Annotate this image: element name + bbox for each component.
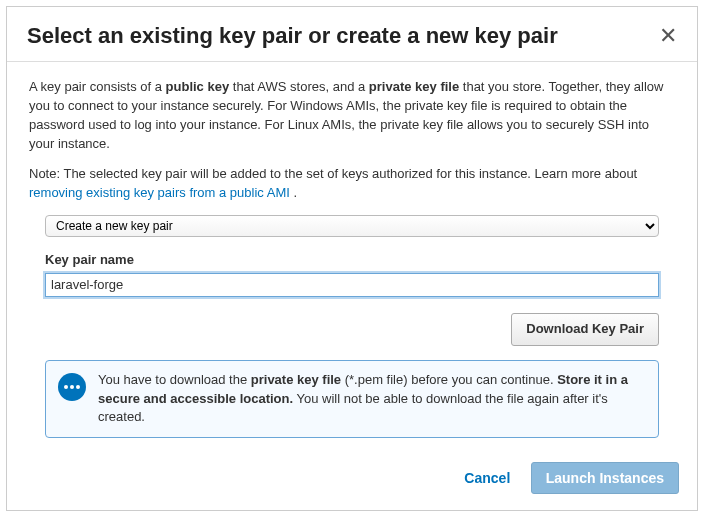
dialog-footer: Cancel Launch Instances xyxy=(7,450,697,510)
close-icon[interactable]: ✕ xyxy=(659,25,677,47)
dialog-body: A key pair consists of a public key that… xyxy=(7,62,697,448)
cancel-button[interactable]: Cancel xyxy=(464,470,510,486)
dialog-title: Select an existing key pair or create a … xyxy=(27,23,558,49)
keypair-dialog: Select an existing key pair or create a … xyxy=(6,6,698,511)
keypair-name-input[interactable] xyxy=(45,273,659,297)
description-1: A key pair consists of a public key that… xyxy=(29,78,675,153)
launch-instances-button[interactable]: Launch Instances xyxy=(531,462,679,494)
keypair-mode-select[interactable]: Create a new key pair xyxy=(45,215,659,237)
dialog-header: Select an existing key pair or create a … xyxy=(7,7,697,62)
info-text: You have to download the private key fil… xyxy=(98,371,646,428)
info-icon xyxy=(58,373,86,401)
info-callout: You have to download the private key fil… xyxy=(45,360,659,439)
download-keypair-button[interactable]: Download Key Pair xyxy=(511,313,659,346)
remove-keypairs-link[interactable]: removing existing key pairs from a publi… xyxy=(29,185,290,200)
description-2: Note: The selected key pair will be adde… xyxy=(29,165,675,203)
keypair-name-label: Key pair name xyxy=(45,251,659,270)
